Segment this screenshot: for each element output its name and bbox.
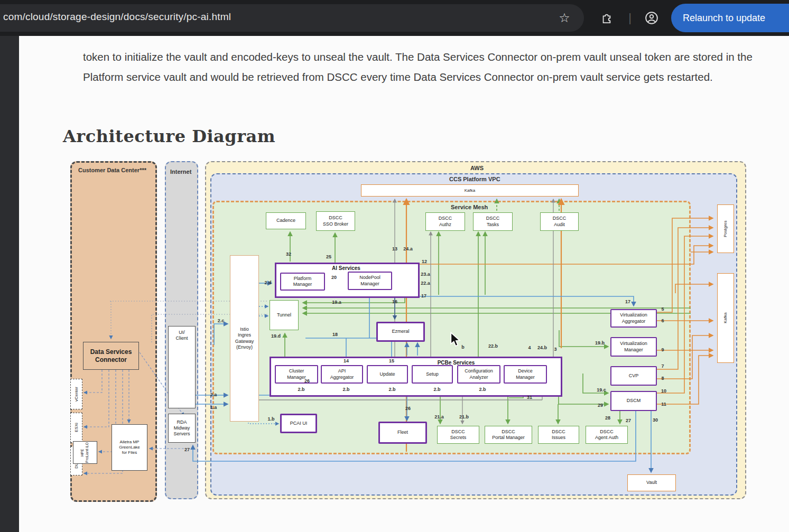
box-api-aggregator: API Aggregator xyxy=(321,365,363,384)
box-ezmeral: Ezmeral xyxy=(376,322,425,342)
box-vault: Vault xyxy=(627,474,676,491)
puzzle-icon xyxy=(601,12,612,24)
box-tunnel: Tunnel xyxy=(270,300,299,330)
box-dscc-tasks: DSCC Tasks xyxy=(473,212,513,231)
address-bar[interactable]: com/cloud/storage-design/docs/security/p… xyxy=(0,4,584,32)
box-setup: Setup xyxy=(412,365,453,384)
body-paragraph: token to initialize the vault and encode… xyxy=(83,47,759,87)
box-dscc-agent-auth: DSCC Agent Auth xyxy=(586,426,628,444)
box-dscc-audit: DSCC Audit xyxy=(540,212,579,231)
box-cadence: Cadence xyxy=(266,212,306,229)
box-config-analyzer: Configuration Analyzer xyxy=(457,365,500,384)
mouse-cursor xyxy=(449,332,462,350)
box-kafka-right: Kafka xyxy=(717,273,734,363)
box-virtualization-aggregator: Virtualization Aggregator xyxy=(610,309,657,328)
box-istio-gateway: Istio Ingres Gateway (Envoy) xyxy=(230,255,259,422)
box-esxi: ESXi xyxy=(70,413,82,443)
box-cvp: CVP xyxy=(610,366,657,386)
ai-services-title: AI Services xyxy=(332,265,360,271)
box-postgres: Postgres xyxy=(717,204,734,253)
box-dscc-sso-broker: DSCC SSO Broker xyxy=(316,211,355,231)
bookmark-star-icon[interactable]: ☆ xyxy=(555,0,574,36)
box-ui-client: UI/ Client xyxy=(168,326,196,408)
box-fleet: Fleet xyxy=(378,422,427,444)
box-nodepool-manager: NodePool Manager xyxy=(348,272,392,290)
box-dscc-issues: DSCC Issues xyxy=(538,426,579,444)
box-data-services-connector: Data Services Connector xyxy=(83,342,139,370)
box-pcai-ui: PCAI UI xyxy=(280,414,317,433)
box-vcenter: vCenter xyxy=(70,379,82,409)
page-title: Architecture Diagram xyxy=(63,126,275,146)
box-virtualization-manager: Virtualization Manager xyxy=(610,337,657,357)
url-text: com/cloud/storage-design/docs/security/p… xyxy=(3,11,231,23)
box-hpe-proliant-ilo: HPE ProLiant iLO xyxy=(73,441,97,464)
box-device-manager: Device Manager xyxy=(504,365,547,384)
browser-toolbar: com/cloud/storage-design/docs/security/p… xyxy=(0,0,789,36)
box-dscc-portal-manager: DSCC Portal Manager xyxy=(485,426,532,444)
box-kafka-top: Kafka xyxy=(361,184,579,197)
person-icon xyxy=(645,11,658,25)
architecture-diagram: Customer Data Center*** Internet AWS CCS… xyxy=(62,156,755,506)
box-rda-midway-servers: RDA Midway Servers xyxy=(168,414,196,443)
box-alletra-mp-greenlake: Alletra MP GreenLake for Files xyxy=(112,424,147,471)
box-dscc-authz: DSCC Authz xyxy=(425,212,465,231)
relaunch-button[interactable]: Relaunch to update xyxy=(671,4,789,32)
extensions-icon[interactable] xyxy=(597,0,616,36)
window-edge xyxy=(0,36,19,532)
box-dscm: DSCM xyxy=(610,391,657,411)
profile-icon[interactable] xyxy=(642,0,661,36)
relaunch-label: Relaunch to update xyxy=(683,13,765,24)
toolbar-divider: | xyxy=(626,0,634,36)
box-cluster-manager: Cluster Manager xyxy=(275,365,318,384)
box-platform-manager: Platform Manager xyxy=(280,273,325,291)
box-dscc-secrets: DSCC Secrets xyxy=(437,426,479,444)
box-update: Update xyxy=(367,365,408,384)
